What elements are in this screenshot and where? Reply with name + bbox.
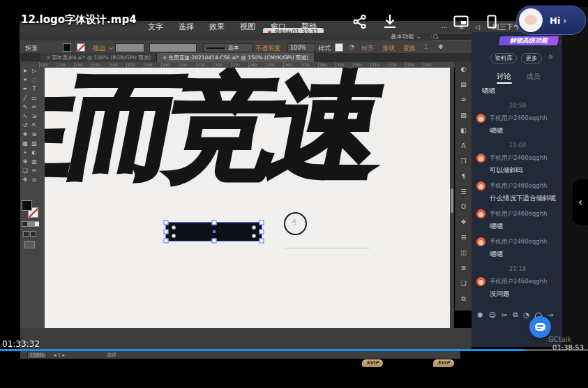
- library-button[interactable]: 资料库: [490, 53, 517, 64]
- stroke-link[interactable]: 描边: [93, 44, 105, 53]
- artboards-panel-icon[interactable]: ❏: [460, 280, 466, 295]
- appearance-panel-icon[interactable]: A: [461, 142, 465, 158]
- selected-rectangle[interactable]: [165, 222, 262, 241]
- layers-panel-icon[interactable]: ≣: [461, 264, 467, 280]
- zoom-tool-icon[interactable]: ◎: [30, 175, 39, 184]
- stroke-swatch[interactable]: [77, 43, 85, 52]
- draw-mode-behind[interactable]: [30, 231, 36, 237]
- corner-widget[interactable]: [172, 234, 176, 238]
- fill-swatch[interactable]: [63, 43, 71, 52]
- stroke-panel-icon[interactable]: ≡: [461, 96, 467, 112]
- scroll-to-latest-button[interactable]: [529, 316, 551, 338]
- magic-wand-tool-icon[interactable]: ✶: [21, 75, 30, 84]
- links-panel-icon[interactable]: ⧉: [461, 295, 465, 311]
- handle-se[interactable]: [259, 239, 264, 244]
- menubar-item[interactable]: 效果: [209, 22, 225, 32]
- align-panel-icon[interactable]: ⊟: [461, 234, 467, 249]
- opacity-value[interactable]: 100%: [287, 43, 315, 52]
- pencil-tool-icon[interactable]: ✏: [30, 103, 39, 112]
- drawer-expand-handle[interactable]: ‹: [573, 179, 588, 225]
- artboard-canvas[interactable]: 生而竞速 ☝: [45, 68, 452, 328]
- send-arrow-icon[interactable]: →: [548, 311, 553, 319]
- width-tool-icon[interactable]: ∿: [21, 112, 30, 121]
- more-button[interactable]: 更多: [521, 53, 542, 64]
- shape-builder-tool-icon[interactable]: ❖: [21, 130, 30, 139]
- handle-n[interactable]: [211, 221, 216, 225]
- search-input[interactable]: [431, 33, 474, 40]
- slice-tool-icon[interactable]: ✂: [30, 166, 39, 175]
- vertical-scrollbar[interactable]: [450, 68, 454, 328]
- column-graph-tool-icon[interactable]: ▥: [30, 157, 39, 166]
- stroke-stepper[interactable]: ⌵: [109, 44, 114, 52]
- color-mode-gradient[interactable]: [28, 221, 34, 227]
- paintbrush-tool-icon[interactable]: ✎: [21, 103, 30, 112]
- progress-bar[interactable]: [0, 349, 588, 351]
- free-transform-tool-icon[interactable]: ⇲: [30, 112, 39, 121]
- corner-widget[interactable]: [252, 234, 256, 238]
- variable-width-dropdown[interactable]: 基本: [203, 43, 253, 52]
- draw-mode-normal[interactable]: [23, 231, 29, 237]
- symbols-panel-icon[interactable]: ❖: [460, 218, 466, 234]
- scissors-icon[interactable]: ✂: [502, 311, 507, 319]
- document-tab[interactable]: × 百年质岁4.ai* @ 100% (RGB/GPU 预览): [40, 53, 157, 62]
- gear-icon[interactable]: ☼: [548, 53, 554, 61]
- graphic-styles-panel-icon[interactable]: ❐: [460, 158, 466, 173]
- zoom-level[interactable]: 150%: [27, 352, 47, 359]
- style-swatch[interactable]: [335, 43, 343, 52]
- gradient-tool-icon[interactable]: ▨: [30, 139, 39, 148]
- corner-widget[interactable]: [252, 225, 256, 230]
- download-icon[interactable]: [382, 13, 398, 29]
- lasso-tool-icon[interactable]: ◌: [30, 75, 39, 84]
- recolor-icon[interactable]: ◔: [349, 43, 354, 50]
- line-tool-icon[interactable]: ╱: [21, 94, 30, 103]
- direct-selection-tool-icon[interactable]: ▷: [30, 66, 39, 75]
- corner-widget[interactable]: [172, 225, 176, 230]
- sticker-icon[interactable]: ✽: [477, 311, 483, 319]
- menubar-item[interactable]: 视图: [240, 22, 255, 32]
- scale-tool-icon[interactable]: ⇱: [30, 121, 39, 130]
- selection-tool-icon[interactable]: ➤: [21, 66, 30, 75]
- swatches-panel-icon[interactable]: ▤: [460, 81, 467, 96]
- color-mode-color[interactable]: [22, 221, 28, 227]
- opacity-panel-icon[interactable]: O: [461, 203, 466, 218]
- fill-color-well[interactable]: [22, 200, 32, 211]
- color-panel-icon[interactable]: ◐: [461, 66, 467, 81]
- transparency-panel-icon[interactable]: ◧: [460, 127, 467, 142]
- blend-tool-icon[interactable]: ◐: [30, 148, 39, 157]
- handle-w[interactable]: [164, 230, 169, 234]
- isolate-icon[interactable]: ⌶: [424, 43, 428, 51]
- premium-banner[interactable]: 解锁高级功能 ☞: [499, 36, 559, 45]
- handle-s[interactable]: [211, 239, 216, 244]
- mesh-tool-icon[interactable]: ▦: [21, 139, 30, 148]
- history-icon[interactable]: ◔: [523, 311, 529, 319]
- tab-discussion[interactable]: 讨论: [497, 72, 511, 82]
- stroke-weight-dropdown[interactable]: [115, 43, 144, 52]
- screen-mode-button[interactable]: [24, 241, 35, 248]
- document-tab[interactable]: × 生而竞速-20210414-CS6.ai* @ 150% (CMYK/GPU…: [157, 53, 315, 62]
- symbol-sprayer-tool-icon[interactable]: ❉: [21, 157, 30, 166]
- pen-tool-icon[interactable]: ✒: [21, 84, 30, 94]
- control-link-变换[interactable]: 变换: [403, 44, 416, 53]
- character-panel-icon[interactable]: ¶: [462, 173, 466, 188]
- type-tool-icon[interactable]: T: [30, 84, 39, 94]
- handle-sw[interactable]: [164, 239, 169, 244]
- emoji-icon[interactable]: ☺: [488, 311, 495, 319]
- brush-dropdown[interactable]: [149, 43, 197, 52]
- eyedropper-tool-icon[interactable]: ⌖: [21, 148, 30, 157]
- pathfinder-panel-icon[interactable]: ◫: [460, 249, 467, 264]
- paragraph-panel-icon[interactable]: ☰: [460, 188, 466, 204]
- tab-members[interactable]: 成员: [526, 72, 541, 82]
- pip-icon[interactable]: [453, 15, 469, 27]
- menubar-item[interactable]: 文字: [148, 22, 163, 32]
- control-link-形状[interactable]: 形状: [382, 44, 395, 53]
- perspective-grid-tool-icon[interactable]: ⊞: [30, 130, 39, 139]
- handle-nw[interactable]: [164, 221, 169, 225]
- menubar-item[interactable]: 选择: [179, 22, 194, 32]
- image-icon[interactable]: ⧉: [513, 311, 518, 319]
- options-icon[interactable]: ✱: [438, 43, 444, 50]
- gradient-panel-icon[interactable]: ▨: [460, 112, 467, 127]
- handle-ne[interactable]: [259, 221, 264, 225]
- rectangle-tool-icon[interactable]: ▭: [30, 94, 39, 103]
- control-link-对齐[interactable]: 对齐: [361, 44, 374, 53]
- artboard-nav[interactable]: ◂ 1 ▸: [54, 352, 65, 358]
